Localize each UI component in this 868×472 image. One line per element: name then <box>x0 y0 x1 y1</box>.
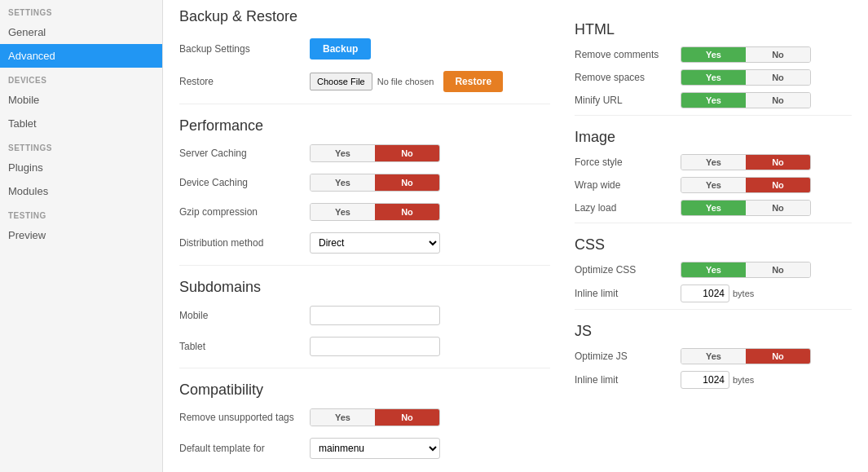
optimize-js-no[interactable]: No <box>746 349 810 364</box>
device-caching-control: Yes No <box>310 174 550 192</box>
js-title: JS <box>575 323 852 340</box>
subdomains-title: Subdomains <box>179 279 550 296</box>
force-style-toggle: Yes No <box>681 154 811 170</box>
backup-settings-label: Backup Settings <box>179 43 310 55</box>
force-style-no[interactable]: No <box>746 155 810 170</box>
device-caching-no[interactable]: No <box>375 174 439 191</box>
distribution-row: Distribution method Direct CDN Custom <box>179 232 550 257</box>
gzip-control: Yes No <box>310 203 550 221</box>
server-caching-no[interactable]: No <box>375 145 439 161</box>
distribution-select[interactable]: Direct CDN Custom <box>310 232 440 254</box>
css-title: CSS <box>575 236 852 254</box>
gzip-toggle: Yes No <box>310 203 440 221</box>
server-caching-yes[interactable]: Yes <box>311 145 375 161</box>
inline-limit-css-input[interactable] <box>681 285 729 302</box>
server-caching-label: Server Caching <box>179 148 310 159</box>
tablet-sub-label: Tablet <box>179 341 310 352</box>
force-style-yes[interactable]: Yes <box>681 155 746 170</box>
remove-spaces-row: Remove spaces Yes No <box>575 69 852 86</box>
remove-comments-yes[interactable]: Yes <box>681 47 746 62</box>
remove-comments-toggle: Yes No <box>681 46 811 63</box>
settings-section-label: SETTINGS <box>0 0 162 20</box>
inline-limit-js-row: Inline limit bytes <box>575 371 852 389</box>
compatibility-title: Compatibility <box>179 382 550 399</box>
device-caching-yes[interactable]: Yes <box>311 174 375 191</box>
right-divider-2 <box>575 223 852 223</box>
optimize-js-yes[interactable]: Yes <box>681 349 746 364</box>
remove-unsupported-row: Remove unsupported tags Yes No <box>179 408 550 430</box>
gzip-yes[interactable]: Yes <box>311 204 375 220</box>
default-template-select[interactable]: mainmenu <box>310 438 440 459</box>
sidebar: SETTINGS General Advanced DEVICES Mobile… <box>0 0 163 472</box>
server-caching-toggle: Yes No <box>310 144 440 162</box>
optimize-js-row: Optimize JS Yes No <box>575 348 852 364</box>
minify-url-yes[interactable]: Yes <box>681 93 746 108</box>
sidebar-item-general[interactable]: General <box>0 20 162 44</box>
sidebar-item-preview[interactable]: Preview <box>0 223 162 247</box>
optimize-css-no[interactable]: No <box>746 262 810 277</box>
inline-limit-js-input[interactable] <box>681 371 729 389</box>
device-caching-toggle: Yes No <box>310 174 440 192</box>
minify-url-row: Minify URL Yes No <box>575 92 852 108</box>
settings2-section-label: SETTINGS <box>0 135 162 156</box>
inline-limit-js-label: Inline limit <box>575 374 681 386</box>
mobile-sub-input[interactable] <box>310 306 440 325</box>
lazy-load-yes[interactable]: Yes <box>681 201 746 215</box>
remove-unsupported-control: Yes No <box>310 408 550 426</box>
page-title: Backup & Restore <box>179 8 550 25</box>
sidebar-item-tablet[interactable]: Tablet <box>0 112 162 135</box>
remove-unsupported-no[interactable]: No <box>375 409 439 426</box>
minify-url-no[interactable]: No <box>746 93 810 108</box>
remove-spaces-no[interactable]: No <box>746 70 810 85</box>
devices-section-label: DEVICES <box>0 68 162 88</box>
restore-button[interactable]: Restore <box>443 71 503 92</box>
backup-button[interactable]: Backup <box>310 38 371 60</box>
force-style-label: Force style <box>575 157 681 168</box>
restore-control: Choose File No file chosen Restore <box>310 71 550 92</box>
inline-limit-css-control: bytes <box>681 285 754 302</box>
sidebar-item-modules[interactable]: Modules <box>0 179 162 203</box>
remove-spaces-yes[interactable]: Yes <box>681 70 746 85</box>
wrap-wide-toggle: Yes No <box>681 177 811 193</box>
inline-limit-css-row: Inline limit bytes <box>575 285 852 302</box>
lazy-load-row: Lazy load Yes No <box>575 200 852 216</box>
sidebar-item-mobile[interactable]: Mobile <box>0 88 162 112</box>
css-bytes-label: bytes <box>733 289 754 298</box>
optimize-css-row: Optimize CSS Yes No <box>575 262 852 278</box>
device-caching-label: Device Caching <box>179 177 310 188</box>
backup-settings-row: Backup Settings Backup <box>179 38 550 63</box>
remove-unsupported-label: Remove unsupported tags <box>179 412 310 423</box>
left-panel: Backup & Restore Backup Settings Backup … <box>179 8 550 456</box>
remove-comments-no[interactable]: No <box>746 47 810 62</box>
mobile-sub-control <box>310 306 550 325</box>
tablet-sub-input[interactable] <box>310 337 440 356</box>
server-caching-control: Yes No <box>310 144 550 162</box>
js-bytes-label: bytes <box>733 375 754 385</box>
mobile-sub-label: Mobile <box>179 310 310 321</box>
optimize-css-label: Optimize CSS <box>575 264 681 276</box>
restore-row: Restore Choose File No file chosen Resto… <box>179 71 550 95</box>
optimize-css-yes[interactable]: Yes <box>681 262 746 277</box>
inline-limit-js-control: bytes <box>681 371 754 389</box>
wrap-wide-no[interactable]: No <box>746 178 810 192</box>
sidebar-item-plugins[interactable]: Plugins <box>0 156 162 179</box>
default-template-label: Default template for <box>179 443 310 454</box>
wrap-wide-label: Wrap wide <box>575 179 681 191</box>
default-template-control: mainmenu <box>310 438 550 459</box>
testing-section-label: TESTING <box>0 203 162 223</box>
distribution-label: Distribution method <box>179 237 310 249</box>
wrap-wide-yes[interactable]: Yes <box>681 178 746 192</box>
right-divider-1 <box>575 115 852 116</box>
sidebar-item-advanced[interactable]: Advanced <box>0 44 162 68</box>
backup-control: Backup <box>310 38 550 60</box>
remove-unsupported-yes[interactable]: Yes <box>311 409 375 426</box>
gzip-row: Gzip compression Yes No <box>179 203 550 224</box>
device-caching-row: Device Caching Yes No <box>179 174 550 195</box>
image-title: Image <box>575 129 852 146</box>
gzip-no[interactable]: No <box>375 204 439 220</box>
right-divider-3 <box>575 309 852 310</box>
lazy-load-no[interactable]: No <box>746 201 810 215</box>
choose-file-button[interactable]: Choose File <box>310 73 372 90</box>
optimize-css-toggle: Yes No <box>681 262 811 278</box>
remove-comments-label: Remove comments <box>575 49 681 60</box>
